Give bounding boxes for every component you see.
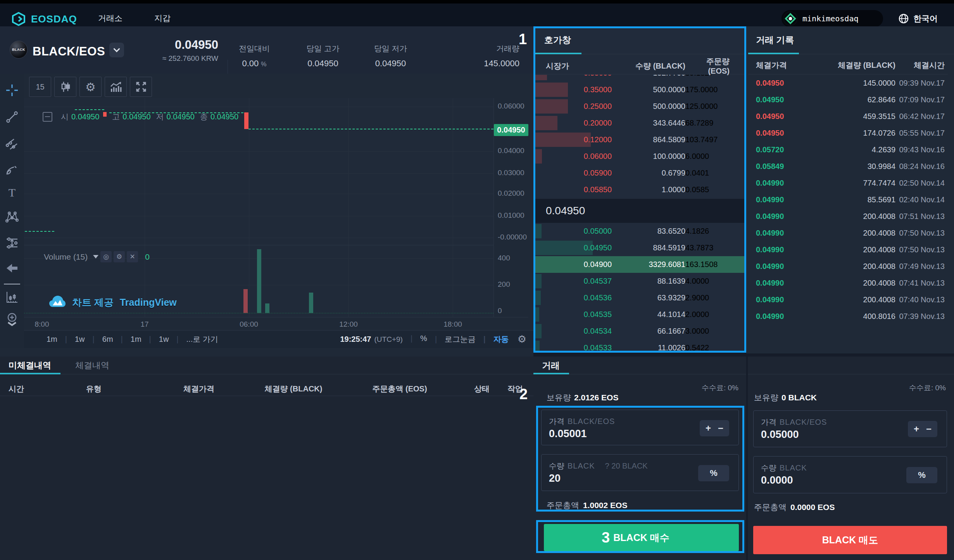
caret-down-icon[interactable]	[93, 255, 98, 258]
percent-button[interactable]: %	[698, 465, 729, 481]
close-icon[interactable]: ✕	[127, 251, 138, 262]
volume-label[interactable]: Volume (15)	[44, 252, 88, 262]
range-button[interactable]: 1m	[113, 335, 141, 344]
gridline	[453, 98, 453, 317]
sell-price-field[interactable]: 가격BLACK/EOS 0.05000 + −	[753, 410, 947, 447]
forecast-tool-icon[interactable]	[5, 236, 19, 250]
orderbook-row[interactable]: 0.04533 11.0026 0.5422	[535, 339, 744, 351]
trendline-tool-icon[interactable]	[5, 110, 19, 124]
orderbook-price: 0.04536	[546, 293, 612, 302]
percent-button[interactable]: %	[906, 467, 937, 483]
sell-button[interactable]: BLACK 매도	[753, 526, 947, 554]
divider	[748, 374, 954, 374]
orderbook-volume: 100.0000	[612, 152, 685, 161]
sell-amount-value[interactable]: 0.0000	[761, 474, 793, 486]
orderbook-row[interactable]: 0.55000 152.7766 89.1827	[535, 75, 744, 81]
gear-icon[interactable]: ⚙	[518, 333, 526, 345]
minus-button[interactable]: −	[926, 424, 932, 434]
orderbook-row[interactable]: 0.05000 83.6520 4.1826	[535, 223, 744, 240]
axis-tick-label: 17	[131, 320, 158, 329]
nav-item-label: 지갑	[154, 14, 171, 22]
orderbook-row[interactable]: 0.04950 884.5919 43.7873	[535, 240, 744, 256]
orderbook-volume: 88.1639	[612, 277, 685, 286]
channel-tool-icon[interactable]	[5, 137, 19, 151]
interval-button[interactable]: 15	[29, 77, 51, 97]
tradingview-attribution[interactable]: 차트 제공 TradingView	[49, 295, 177, 310]
crosshair-tool-icon[interactable]	[5, 83, 19, 97]
plus-button[interactable]: +	[706, 423, 711, 434]
brush-tool-icon[interactable]	[5, 164, 19, 177]
minus-button[interactable]: −	[718, 423, 723, 434]
gridline	[24, 194, 493, 194]
plus-button[interactable]: +	[914, 424, 919, 434]
range-button[interactable]: ...로 가기	[169, 334, 218, 345]
pattern-tool-icon[interactable]	[5, 210, 19, 224]
sell-price-value[interactable]: 0.05000	[761, 429, 799, 441]
scale-tool-button[interactable]: 로그눈금	[427, 334, 476, 345]
range-button[interactable]: 1w	[57, 335, 85, 344]
text-tool-icon[interactable]: T	[5, 186, 19, 200]
orderbook-volume: 500.0000	[612, 102, 685, 111]
price-stepper[interactable]: + −	[908, 421, 937, 437]
measure-tool-icon[interactable]	[5, 290, 19, 304]
stat-label: 거래량	[484, 43, 519, 54]
nav-item[interactable]: 지갑	[154, 13, 171, 24]
orders-tab[interactable]: 체결내역	[75, 360, 109, 371]
zoom-in-icon[interactable]	[5, 312, 19, 326]
buy-amount-field[interactable]: 수량BLACK? 20 BLACK 20 %	[541, 454, 739, 491]
orderbook-row[interactable]: 0.06000 100.0000 6.0000	[535, 148, 744, 165]
collapse-legend-icon[interactable]	[43, 112, 52, 122]
orderbook-row[interactable]: 0.04537 88.1639 4.0000	[535, 273, 744, 289]
back-arrow-icon[interactable]	[5, 261, 19, 275]
fill-time: 07:51 Nov.13	[895, 212, 945, 221]
orderbook-row[interactable]: 0.05850 1.0000 0.0585	[535, 181, 744, 198]
scale-tool-button[interactable]: %	[403, 334, 427, 345]
gear-icon[interactable]: ⚙	[114, 251, 125, 262]
chart-settings-button[interactable]: ⚙	[79, 77, 102, 97]
orders-tab[interactable]: 미체결내역	[9, 360, 51, 371]
depth-bar	[535, 291, 541, 305]
orderbook-total: 0.0401	[685, 169, 730, 177]
buy-price-field[interactable]: 가격BLACK/EOS 0.05001 + −	[541, 410, 739, 445]
orderbook-volume: 864.5809	[612, 135, 685, 144]
orderbook-row[interactable]: 0.04900 3329.6081 163.1508	[535, 256, 744, 273]
eye-icon[interactable]: ◎	[100, 251, 112, 262]
range-button[interactable]: 6m	[85, 335, 113, 344]
buy-price-value[interactable]: 0.05001	[549, 428, 587, 440]
attribution-text: 차트 제공	[72, 296, 114, 309]
scale-tool-button[interactable]: 자동	[476, 334, 509, 345]
orderbook-row[interactable]: 0.05900 0.6799 0.0401	[535, 165, 744, 181]
language-selector[interactable]: 한국어	[899, 13, 938, 24]
pair-selector-button[interactable]	[109, 43, 124, 57]
orderbook-row[interactable]: 0.04534 66.1667 3.0000	[535, 323, 744, 339]
orders-column-header: 체결량 (BLACK)	[265, 384, 323, 394]
chevron-down-icon	[114, 46, 120, 52]
orderbook-row[interactable]: 0.12000 864.5809 103.7497	[535, 131, 744, 148]
orderbook-row[interactable]: 0.35000 500.0000 175.0000	[535, 81, 744, 98]
candlestick-style-button[interactable]	[54, 77, 76, 97]
last-price-block: 0.04950 ≈ 252.7600 KRW	[128, 38, 218, 63]
sell-amount-field[interactable]: 수량BLACK 0.0000 %	[753, 456, 947, 493]
nav-item[interactable]: 거래소	[98, 13, 122, 24]
eosdaq-logo[interactable]: EOSDAQ	[12, 12, 77, 26]
range-button[interactable]: 1w	[141, 335, 169, 344]
orderbook-volume: 11.0026	[612, 343, 685, 351]
timezone[interactable]: (UTC+9)	[374, 335, 403, 344]
range-button[interactable]: 1m	[47, 335, 57, 344]
buy-button[interactable]: BLACK 매수	[544, 524, 739, 551]
volume-indicator-legend: Volume (15) ◎ ⚙ ✕ 0	[44, 251, 150, 262]
orderbook-row[interactable]: 0.04536 63.9329 2.9000	[535, 289, 744, 306]
indicators-button[interactable]	[105, 77, 127, 97]
clock[interactable]: 19:25:47	[340, 335, 371, 344]
scale-tool-label: 자동	[493, 335, 509, 343]
eosdaq-trading-screen: EOSDAQ 거래소지갑 minkimeosdaq 한국어	[0, 0, 954, 560]
pane-separator[interactable]	[24, 245, 493, 245]
user-menu[interactable]: minkimeosdaq	[781, 10, 883, 27]
orderbook-row[interactable]: 0.25000 500.0000 125.0000	[535, 98, 744, 115]
fullscreen-button[interactable]	[130, 77, 152, 97]
orderbook-total: 175.0000	[685, 85, 730, 94]
orderbook-row[interactable]: 0.04535 44.1014 2.0000	[535, 306, 744, 323]
orderbook-row[interactable]: 0.20000 343.6446 68.7289	[535, 115, 744, 131]
price-stepper[interactable]: + −	[700, 420, 729, 436]
buy-amount-value[interactable]: 20	[549, 472, 561, 484]
